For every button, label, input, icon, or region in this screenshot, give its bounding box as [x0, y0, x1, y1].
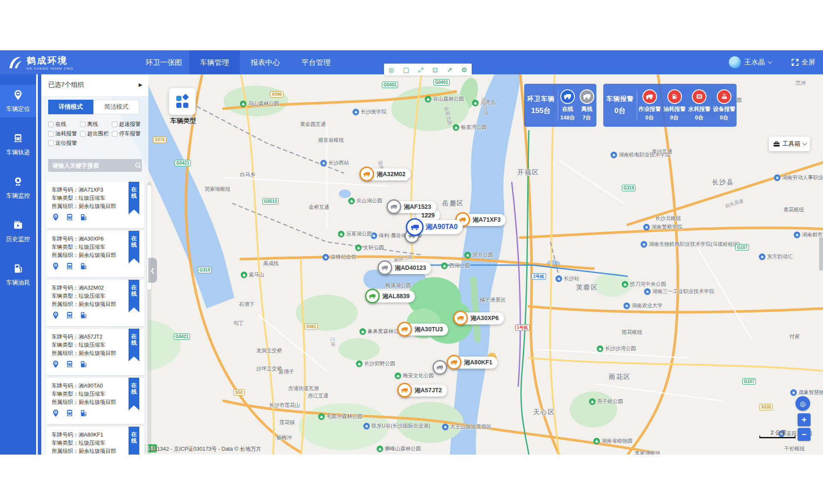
park-icon: ▲: [622, 281, 628, 287]
fuel-pump-icon[interactable]: [80, 311, 87, 321]
sidebar-item-label: 车辆监控: [6, 192, 30, 200]
alarm-label: 水耗报警: [687, 105, 712, 113]
fullscreen-button[interactable]: 全屏: [791, 50, 815, 74]
expand-icon[interactable]: ⤢: [418, 67, 424, 73]
org-row: 所属组织：厨余垃圾项目部: [52, 300, 139, 309]
nav-item-车辆管理[interactable]: 车辆管理: [189, 50, 240, 74]
filter-checkbox-离线[interactable]: 离线: [80, 119, 112, 129]
fuel-pump-icon[interactable]: [80, 262, 87, 272]
filter-checkboxes: 在线离线超速报警油耗报警超出围栏停车报警定位报警: [48, 119, 144, 148]
sidebar-item-车辆定位[interactable]: 车辆定位: [0, 85, 36, 117]
fuel-pump-icon[interactable]: [80, 409, 87, 419]
zoom-search-icon[interactable]: ◎: [389, 67, 394, 73]
vehicle-card-湘A32M02[interactable]: 车牌号码：湘A32M02 车辆类型：垃圾压缩车 所属组织：厨余垃圾项目部 在线: [46, 280, 144, 326]
vehicle-card-湘A71XF3[interactable]: 车牌号码：湘A71XF3 车辆类型：垃圾压缩车 所属组织：厨余垃圾项目部 在线: [46, 182, 144, 228]
track-bus-icon[interactable]: [65, 213, 74, 223]
org-summary: 已选7个组织: [48, 81, 84, 89]
nav-item-平台管理[interactable]: 平台管理: [291, 50, 341, 74]
locate-pin-icon[interactable]: [52, 262, 60, 272]
vehicle-marker-湘A80KF1[interactable]: 湘A80KF1: [448, 357, 497, 369]
zoom-out-button[interactable]: −: [798, 428, 811, 441]
tab-详情模式[interactable]: 详情模式: [48, 100, 93, 114]
toolbox-button[interactable]: 工具箱: [769, 137, 810, 151]
locate-button[interactable]: ◎: [795, 396, 810, 411]
page-scrollbar-thumb[interactable]: [819, 237, 823, 271]
sidebar-item-历史监控[interactable]: 历史监控: [0, 215, 36, 247]
online-count: 148台: [558, 114, 577, 122]
type-row: 车辆类型：垃圾压缩车: [52, 390, 139, 398]
vehicle-marker-湘A30TU3[interactable]: 湘A30TU3: [399, 324, 448, 336]
map-label-G0421: G0421: [174, 333, 190, 340]
filter-checkbox-在线[interactable]: 在线: [48, 119, 80, 129]
locate-pin-icon[interactable]: [52, 409, 60, 419]
locate-pin-icon[interactable]: [52, 360, 60, 370]
org-selector[interactable]: 已选7个组织 ▶: [41, 73, 148, 97]
vehicle-marker-湘A32M02[interactable]: 湘A32M02: [361, 168, 411, 180]
vehicle-card-湘A57JT2[interactable]: 车牌号码：湘A57JT2 车辆类型：垃圾压缩车 所属组织：厨余垃圾项目部 在线: [46, 329, 144, 375]
vehicle-marker-湘AD40123[interactable]: 湘AD40123: [379, 262, 431, 274]
map-label-新塘子: 新塘子: [279, 368, 294, 376]
filter-checkbox-超出围栏[interactable]: 超出围栏: [80, 129, 112, 138]
vehicle-marker-湘A90TA0[interactable]: 湘A90TA0: [408, 220, 463, 234]
vehicle-marker[interactable]: [433, 360, 447, 375]
save-icon[interactable]: ⊡: [433, 67, 438, 73]
map-label-芙蓉区: 芙蓉区: [576, 284, 598, 292]
map-label-赤江互通: 赤江互通: [308, 392, 329, 400]
sidebar-item-车辆监控[interactable]: 车辆监控: [0, 171, 36, 204]
track-bus-icon[interactable]: [65, 262, 74, 272]
map-label-勾丁: 勾丁: [233, 320, 244, 327]
type-row: 车辆类型：垃圾压缩车: [52, 341, 139, 349]
org-row: 所属组织：厨余垃圾项目部: [52, 398, 139, 406]
filter-label: 超速报警: [119, 121, 141, 128]
user-menu[interactable]: 王水晶: [729, 50, 771, 74]
track-bus-icon[interactable]: [65, 360, 74, 370]
filter-checkbox-超速报警[interactable]: 超速报警: [112, 119, 144, 129]
vehicle-marker-湘AL8839[interactable]: 湘AL8839: [367, 290, 415, 302]
org-row: 所属组织：厨余垃圾项目部: [52, 251, 139, 260]
map-scale-bar: [759, 436, 795, 438]
sidebar-item-车辆油耗[interactable]: 车辆油耗: [0, 258, 36, 291]
nav-item-报表中心[interactable]: 报表中心: [240, 50, 291, 74]
device-icon[interactable]: ▢: [403, 67, 409, 73]
vehicle-marker-湘A57JT2[interactable]: 湘A57JT2: [399, 385, 447, 397]
tab-简洁模式[interactable]: 简洁模式: [93, 100, 139, 114]
export-icon[interactable]: ↗: [447, 67, 452, 73]
fuel-pump-icon[interactable]: [80, 360, 87, 370]
nav-item-环卫一张图[interactable]: 环卫一张图: [138, 50, 189, 74]
vehicle-card-湘A80KF1[interactable]: 车牌号码：湘A80KF1 车辆类型：垃圾压缩车 所属组织：厨余垃圾项目部 在线: [46, 427, 144, 455]
fuel-pump-icon[interactable]: [80, 213, 87, 223]
map-label-G319: G319: [622, 185, 636, 191]
search-icon[interactable]: [135, 162, 141, 169]
locate-pin-icon[interactable]: [52, 311, 60, 321]
vehicle-marker-湘AF1523[interactable]: 湘AF1523: [388, 201, 436, 213]
vehicle-card-湘A90TA0[interactable]: 车牌号码：湘A90TA0 车辆类型：垃圾压缩车 所属组织：厨余垃圾项目部 在线: [46, 378, 144, 424]
map-label-G319: G319: [198, 267, 212, 273]
map-label-白马乡: 白马乡: [240, 171, 255, 178]
settings-gear-icon[interactable]: ⚙: [461, 67, 467, 73]
filter-checkbox-停车报警[interactable]: 停车报警: [112, 129, 144, 138]
type-row: 车辆类型：垃圾压缩车: [52, 292, 139, 300]
search-input[interactable]: [48, 162, 135, 169]
map-label-含浦街道瓦厝: 含浦街道瓦厝: [288, 385, 319, 392]
panel-collapse-handle[interactable]: ❮: [148, 258, 157, 283]
filter-label: 油耗报警: [55, 130, 77, 137]
alarm-stat-水耗报警: 水耗报警 0台: [687, 89, 712, 122]
park-icon: ▲: [355, 244, 362, 251]
map-label-天心区: 天心区: [533, 408, 555, 416]
left-sidebar: 车辆定位车辆轨迹车辆监控历史监控车辆油耗: [0, 74, 36, 455]
vehicle-marker-湘A30XP6[interactable]: 湘A30XP6: [455, 312, 504, 324]
truck-icon: [583, 93, 591, 99]
locate-pin-icon[interactable]: [52, 213, 60, 223]
track-bus-icon[interactable]: [65, 409, 74, 419]
map-label-1号线: 1号线: [515, 324, 530, 331]
zoom-in-button[interactable]: +: [798, 413, 811, 426]
track-bus-icon[interactable]: [65, 311, 74, 321]
sidebar-item-车辆轨迹[interactable]: 车辆轨迹: [0, 128, 36, 161]
vehicle-type-button[interactable]: [169, 88, 196, 115]
vehicle-card-湘A30XP6[interactable]: 车牌号码：湘A30XP6 车辆类型：垃圾压缩车 所属组织：厨余垃圾项目部 在线: [46, 231, 144, 277]
filter-checkbox-油耗报警[interactable]: 油耗报警: [48, 129, 80, 138]
filter-label: 停车报警: [119, 130, 141, 137]
map-label-望月公园: ▲望月公园: [464, 251, 493, 259]
filter-checkbox-定位报警[interactable]: 定位报警: [48, 138, 80, 148]
vehicle-marker-湘A71XF3[interactable]: 湘A71XF3: [457, 214, 506, 226]
